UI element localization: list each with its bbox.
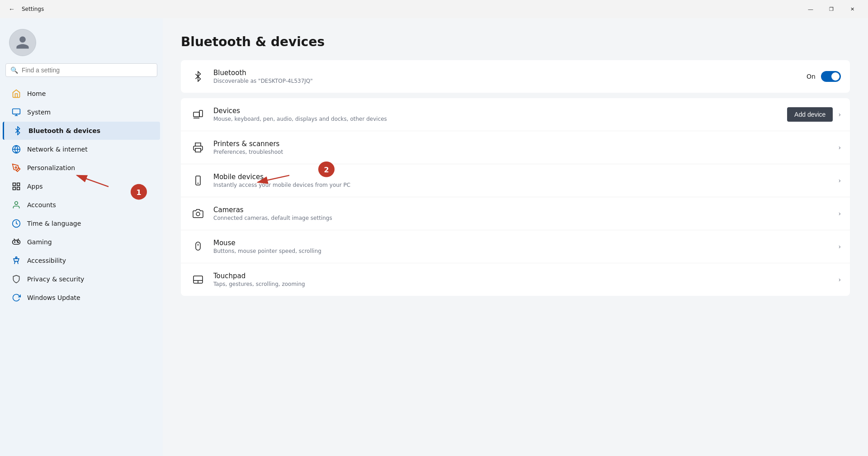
mouse-text: MouseButtons, mouse pointer speed, scrol… bbox=[213, 239, 831, 254]
sidebar-label-system: System bbox=[27, 109, 51, 116]
search-container: 🔍 bbox=[0, 63, 163, 82]
touchpad-action: › bbox=[838, 276, 841, 283]
back-button[interactable]: ← bbox=[5, 3, 18, 15]
bluetooth-item[interactable]: Bluetooth Discoverable as "DESKTOP-4L537… bbox=[181, 60, 850, 93]
sidebar-item-gaming[interactable]: Gaming bbox=[3, 233, 160, 251]
bluetooth-toggle-label: On bbox=[807, 73, 816, 80]
printers-title: Printers & scanners bbox=[213, 140, 831, 148]
card-item-mobile[interactable]: Mobile devicesInstantly access your mobi… bbox=[181, 164, 850, 197]
sidebar-item-update[interactable]: Windows Update bbox=[3, 289, 160, 307]
sidebar-item-bluetooth[interactable]: Bluetooth & devices bbox=[3, 122, 160, 140]
svg-point-5 bbox=[15, 167, 17, 168]
svg-rect-6 bbox=[13, 183, 16, 186]
bluetooth-title: Bluetooth bbox=[213, 69, 799, 77]
printers-chevron: › bbox=[838, 144, 841, 151]
page-title: Bluetooth & devices bbox=[181, 34, 850, 49]
cameras-chevron: › bbox=[838, 210, 841, 217]
sidebar-label-time: Time & language bbox=[27, 220, 81, 227]
sidebar: 🔍 HomeSystemBluetooth & devicesNetwork &… bbox=[0, 18, 163, 456]
cameras-title: Cameras bbox=[213, 206, 831, 214]
svg-rect-25 bbox=[196, 242, 200, 250]
sidebar-label-personalization: Personalization bbox=[27, 164, 75, 171]
sidebar-nav: HomeSystemBluetooth & devicesNetwork & i… bbox=[0, 82, 163, 456]
bluetooth-icon bbox=[190, 68, 206, 85]
sidebar-item-apps[interactable]: Apps bbox=[3, 177, 160, 195]
sidebar-label-accounts: Accounts bbox=[27, 201, 56, 209]
search-input[interactable] bbox=[22, 66, 152, 74]
cameras-action: › bbox=[838, 210, 841, 217]
sidebar-item-accessibility[interactable]: Accessibility bbox=[3, 252, 160, 270]
sidebar-item-home[interactable]: Home bbox=[3, 85, 160, 103]
network-icon bbox=[12, 145, 21, 154]
devices-icon bbox=[190, 106, 206, 123]
svg-rect-8 bbox=[13, 187, 16, 190]
close-button[interactable]: ✕ bbox=[842, 0, 863, 18]
sidebar-label-apps: Apps bbox=[27, 183, 43, 190]
devices-subtitle: Mouse, keyboard, pen, audio, displays an… bbox=[213, 116, 780, 122]
system-icon bbox=[12, 108, 21, 117]
avatar[interactable] bbox=[9, 29, 36, 56]
sidebar-item-time[interactable]: Time & language bbox=[3, 214, 160, 233]
mobile-icon bbox=[190, 172, 206, 189]
printers-text: Printers & scannersPreferences, troubles… bbox=[213, 140, 831, 155]
printers-subtitle: Preferences, troubleshoot bbox=[213, 149, 831, 155]
sidebar-label-gaming: Gaming bbox=[27, 238, 52, 246]
printers-icon bbox=[190, 139, 206, 156]
devices-title: Devices bbox=[213, 107, 780, 115]
app-container: 🔍 HomeSystemBluetooth & devicesNetwork &… bbox=[0, 18, 868, 456]
bluetooth-icon bbox=[13, 126, 22, 135]
add-device-button[interactable]: Add device bbox=[787, 107, 833, 122]
svg-rect-7 bbox=[17, 183, 20, 186]
touchpad-text: TouchpadTaps, gestures, scrolling, zoomi… bbox=[213, 272, 831, 287]
maximize-button[interactable]: ❐ bbox=[821, 0, 842, 18]
card-item-printers[interactable]: Printers & scannersPreferences, troubles… bbox=[181, 131, 850, 164]
mouse-chevron: › bbox=[838, 243, 841, 250]
svg-rect-21 bbox=[195, 148, 201, 152]
sidebar-item-system[interactable]: System bbox=[3, 103, 160, 121]
svg-rect-0 bbox=[13, 109, 20, 114]
bluetooth-card: Bluetooth Discoverable as "DESKTOP-4L537… bbox=[181, 60, 850, 93]
sidebar-item-network[interactable]: Network & internet bbox=[3, 140, 160, 158]
bluetooth-toggle[interactable] bbox=[821, 71, 841, 82]
devices-action: Add device› bbox=[787, 107, 841, 122]
sidebar-label-network: Network & internet bbox=[27, 146, 88, 153]
card-item-devices[interactable]: DevicesMouse, keyboard, pen, audio, disp… bbox=[181, 98, 850, 131]
content-area: Bluetooth & devices Bluetooth Discoverab… bbox=[163, 18, 868, 456]
card-item-cameras[interactable]: CamerasConnected cameras, default image … bbox=[181, 197, 850, 230]
bluetooth-text: Bluetooth Discoverable as "DESKTOP-4L537… bbox=[213, 69, 799, 84]
cameras-subtitle: Connected cameras, default image setting… bbox=[213, 215, 831, 221]
cameras-icon bbox=[190, 205, 206, 222]
mouse-title: Mouse bbox=[213, 239, 831, 247]
touchpad-icon bbox=[190, 271, 206, 288]
devices-text: DevicesMouse, keyboard, pen, audio, disp… bbox=[213, 107, 780, 122]
search-box[interactable]: 🔍 bbox=[5, 63, 157, 77]
sidebar-label-privacy: Privacy & security bbox=[27, 276, 84, 283]
card-item-mouse[interactable]: MouseButtons, mouse pointer speed, scrol… bbox=[181, 230, 850, 263]
svg-rect-16 bbox=[13, 240, 20, 244]
sidebar-label-update: Windows Update bbox=[27, 294, 80, 301]
mobile-action: › bbox=[838, 177, 841, 184]
personalization-icon bbox=[12, 163, 21, 172]
sidebar-item-personalization[interactable]: Personalization bbox=[3, 159, 160, 177]
sidebar-item-privacy[interactable]: Privacy & security bbox=[3, 270, 160, 288]
touchpad-subtitle: Taps, gestures, scrolling, zooming bbox=[213, 281, 831, 287]
sidebar-item-accounts[interactable]: Accounts bbox=[3, 196, 160, 214]
sidebar-label-accessibility: Accessibility bbox=[27, 257, 66, 264]
home-icon bbox=[12, 89, 21, 98]
bluetooth-action: On bbox=[807, 71, 841, 82]
cameras-text: CamerasConnected cameras, default image … bbox=[213, 206, 831, 221]
user-section bbox=[0, 18, 163, 63]
mouse-icon bbox=[190, 238, 206, 255]
search-icon: 🔍 bbox=[10, 66, 18, 74]
svg-point-24 bbox=[196, 212, 200, 216]
touchpad-title: Touchpad bbox=[213, 272, 831, 280]
svg-point-17 bbox=[15, 257, 17, 258]
card-item-touchpad[interactable]: TouchpadTaps, gestures, scrolling, zoomi… bbox=[181, 263, 850, 296]
minimize-button[interactable]: — bbox=[800, 0, 821, 18]
sidebar-label-bluetooth: Bluetooth & devices bbox=[28, 127, 100, 134]
apps-icon bbox=[12, 182, 21, 191]
svg-rect-9 bbox=[17, 187, 20, 190]
app-title: Settings bbox=[22, 6, 797, 12]
mobile-title: Mobile devices bbox=[213, 173, 831, 181]
gaming-icon bbox=[12, 238, 21, 247]
